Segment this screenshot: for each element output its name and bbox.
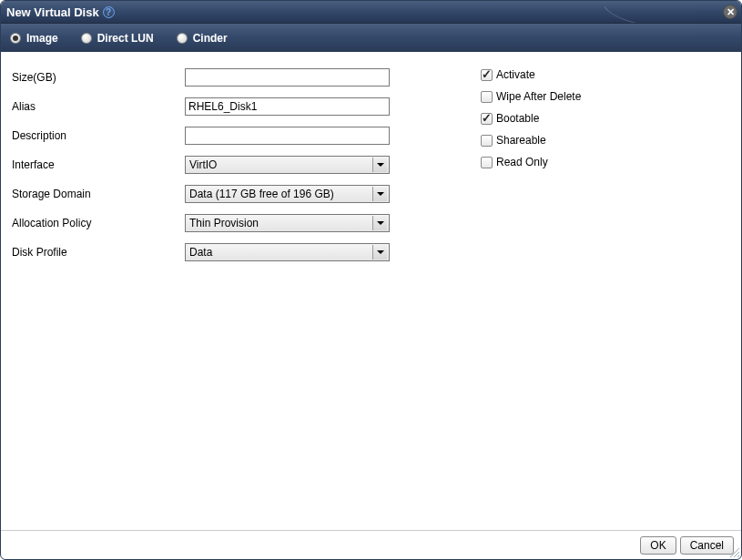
ok-button[interactable]: OK [640,536,676,555]
bootable-row: Bootable [481,112,581,125]
wipe-checkbox[interactable] [481,91,493,103]
chevron-down-icon [372,158,387,172]
radio-icon [81,33,92,44]
interface-select[interactable]: VirtIO [185,156,390,174]
wipe-row: Wipe After Delete [481,90,581,103]
alias-input[interactable] [185,97,390,116]
checkbox-label: Wipe After Delete [496,90,581,103]
description-label: Description [12,129,185,142]
readonly-checkbox[interactable] [481,157,493,168]
dialog-content: Size(GB) Alias Description Interface Vir… [1,52,741,530]
size-input[interactable] [185,68,390,87]
disk-type-tabs: Image Direct LUN Cinder [1,23,741,52]
select-value: Thin Provision [189,217,259,229]
checkbox-label: Activate [496,68,535,81]
activate-row: Activate [481,68,581,81]
bootable-checkbox[interactable] [481,113,493,125]
titlebar-decoration [605,1,714,23]
description-input[interactable] [185,127,390,145]
dialog-footer: OK Cancel [1,530,741,559]
readonly-row: Read Only [481,156,581,168]
resize-grip-icon[interactable] [727,545,740,558]
radio-icon [10,33,21,44]
titlebar: New Virtual Disk ? ✕ [1,1,741,23]
help-icon[interactable]: ? [103,6,115,18]
tab-image[interactable]: Image [10,32,58,45]
disk-profile-select[interactable]: Data [185,243,390,261]
new-virtual-disk-dialog: New Virtual Disk ? ✕ Image Direct LUN Ci… [0,0,742,560]
checkbox-label: Read Only [496,156,548,168]
chevron-down-icon [372,187,387,201]
close-icon[interactable]: ✕ [723,5,737,19]
storage-domain-label: Storage Domain [12,188,185,200]
checkbox-label: Bootable [496,112,539,125]
interface-label: Interface [12,158,185,171]
form-fields: Size(GB) Alias Description Interface Vir… [12,68,394,261]
allocation-policy-select[interactable]: Thin Provision [185,214,390,232]
size-label: Size(GB) [12,71,185,84]
select-value: Data [189,246,212,259]
tab-label: Direct LUN [97,32,154,45]
tab-direct-lun[interactable]: Direct LUN [81,32,154,45]
select-value: Data (117 GB free of 196 GB) [189,188,334,200]
chevron-down-icon [372,216,387,230]
activate-checkbox[interactable] [481,69,493,81]
tab-label: Cinder [193,32,228,45]
checkbox-label: Shareable [496,134,546,147]
tab-label: Image [26,32,58,45]
dialog-title: New Virtual Disk [6,5,99,19]
chevron-down-icon [372,245,387,260]
cancel-button[interactable]: Cancel [680,536,734,555]
radio-icon [177,33,188,44]
select-value: VirtIO [189,158,217,171]
shareable-row: Shareable [481,134,581,147]
storage-domain-select[interactable]: Data (117 GB free of 196 GB) [185,185,390,203]
svg-line-2 [737,555,739,557]
alias-label: Alias [12,100,185,113]
allocation-policy-label: Allocation Policy [12,217,185,229]
disk-profile-label: Disk Profile [12,246,185,259]
shareable-checkbox[interactable] [481,135,493,147]
tab-cinder[interactable]: Cinder [177,32,228,45]
checkbox-group: Activate Wipe After Delete Bootable Shar… [481,68,581,168]
